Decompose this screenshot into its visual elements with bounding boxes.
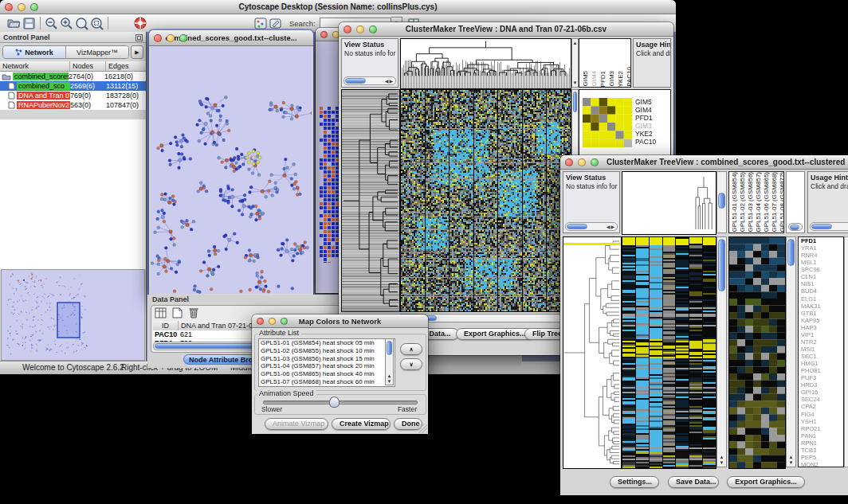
minimize-icon[interactable] — [167, 34, 175, 42]
tv2-column-dendrogram[interactable] — [622, 171, 716, 235]
gene-label[interactable]: MSL1 — [801, 259, 843, 266]
gene-label[interactable]: NIS1 — [801, 280, 843, 287]
tv2-zoom-vscroll[interactable]: ▲▼ — [786, 236, 796, 467]
zoom-window-icon[interactable] — [281, 318, 288, 325]
tv1-column-dendrogram[interactable] — [400, 38, 571, 89]
tv2-settings-button[interactable]: Settings... — [610, 476, 659, 488]
float-panel-icon[interactable] — [135, 30, 146, 45]
gene-label[interactable]: RPO21 — [801, 425, 843, 432]
tv1-row-dendrogram[interactable] — [341, 89, 400, 312]
gene-label[interactable]: GIM4 — [635, 106, 656, 114]
node-attribute-browser-button[interactable]: Node Attribute Browser — [183, 354, 263, 365]
column-header-nodes[interactable]: Nodes — [70, 61, 106, 71]
attribute-list-item[interactable]: GPL51-03 (GSM856) heat shock 15 min — [259, 355, 395, 363]
tv1-titlebar[interactable]: ClusterMaker TreeView : DNA and Tran 07-… — [339, 22, 673, 37]
vscroll-thumb[interactable] — [718, 239, 725, 291]
gene-label[interactable]: MON2 — [801, 461, 843, 467]
delete-attribute-icon[interactable] — [188, 307, 199, 322]
gene-label[interactable]: YRA1 — [801, 244, 843, 252]
tv1-export-graphics-button[interactable]: Export Graphics... — [456, 328, 534, 340]
help-lifering-icon[interactable] — [132, 16, 147, 31]
gene-label[interactable]: RNR4 — [801, 252, 843, 259]
more-tabs-icon[interactable]: ▶ — [131, 45, 143, 59]
attribute-list-item[interactable]: GPL51-07 (GSM868) heat shock 60 min — [259, 378, 395, 386]
column-header-network[interactable]: Network — [0, 61, 70, 71]
open-folder-icon[interactable] — [6, 16, 22, 31]
tv2-zoomed-heatmap[interactable] — [728, 236, 786, 469]
zoom-in-icon[interactable] — [59, 16, 74, 31]
zoom-window-icon[interactable] — [179, 34, 187, 42]
attribute-list-item[interactable]: GPL51-02 (GSM855) heat shock 10 min — [259, 347, 395, 355]
gene-label[interactable]: NTR2 — [801, 338, 843, 346]
gene-label[interactable]: ELG1 — [801, 295, 843, 303]
attribute-list-item[interactable]: GPL51-04 (GSM857) heat shock 20 min — [259, 362, 395, 370]
gene-label[interactable]: TCB3 — [801, 447, 843, 454]
vscroll-thumb[interactable] — [387, 341, 392, 355]
tv2-row-dendrogram[interactable] — [563, 236, 622, 469]
vscroll-thumb[interactable] — [718, 193, 725, 209]
attr-list-vscroll[interactable]: ▲▼ — [385, 338, 394, 385]
gene-label[interactable]: RPN1 — [801, 440, 843, 447]
save-icon[interactable] — [22, 16, 37, 31]
mini-scrollbar[interactable] — [788, 223, 803, 231]
gene-label[interactable]: SPC98 — [801, 266, 843, 273]
network-list-row[interactable]: combined_scores2764(0)16218(0) — [0, 72, 146, 81]
gene-label[interactable]: MSI1 — [801, 346, 843, 353]
vscroll-thumb[interactable] — [573, 92, 577, 112]
minimize-icon[interactable] — [356, 25, 364, 33]
close-icon[interactable] — [565, 158, 573, 166]
birdseye-view-icon[interactable] — [253, 16, 268, 31]
tv2-heatmap[interactable] — [622, 236, 716, 469]
gene-label[interactable]: HAP3 — [801, 324, 843, 331]
speed-slider-track[interactable] — [263, 400, 418, 404]
tv2-titlebar[interactable]: ClusterMaker TreeView : combined_scores_… — [560, 155, 848, 170]
tv2-labels-vscroll[interactable] — [716, 171, 727, 233]
attribute-list-item[interactable]: GPL51-06 (GSM865) heat shock 40 min — [259, 370, 395, 378]
zoom-out-icon[interactable] — [44, 16, 59, 31]
network-list-row[interactable]: DNA and Tran 07769(0)183728(0) — [0, 91, 146, 100]
gene-label[interactable]: PFD1 — [801, 237, 843, 244]
dialog-titlebar[interactable]: Map Colors to Network — [252, 315, 428, 328]
mini-scrollbar[interactable]: ◀▶ — [344, 76, 396, 85]
gene-label[interactable]: YSH1 — [801, 418, 843, 425]
mini-scrollbar[interactable] — [810, 222, 848, 231]
tv2-heat-vscroll[interactable]: ▲▼ — [716, 236, 727, 467]
tv1-mini-vscroll[interactable]: ▲▼ — [571, 38, 579, 88]
tv1-similarity-matrix[interactable] — [583, 98, 632, 147]
gene-label[interactable]: PHO81 — [801, 367, 843, 374]
gene-label[interactable]: MAK31 — [801, 303, 843, 310]
close-icon[interactable] — [320, 31, 328, 38]
move-down-button[interactable]: ∨ — [400, 358, 422, 370]
network1-titlebar[interactable]: combined_scores_good.txt--cluste... — [149, 30, 313, 46]
overview-canvas[interactable] — [2, 270, 144, 357]
annotation-icon[interactable] — [268, 16, 283, 31]
network-list-row[interactable]: combined_sco2569(6)13112(15) — [0, 81, 146, 91]
gene-label[interactable]: HRD3 — [801, 381, 843, 389]
select-attributes-icon[interactable] — [155, 307, 167, 322]
minimize-icon[interactable] — [18, 3, 26, 11]
main-titlebar[interactable]: Cytoscape Desktop (Session Name: collins… — [0, 0, 676, 14]
tab-network[interactable]: Network — [3, 46, 66, 58]
network1-canvas[interactable] — [151, 46, 312, 294]
tv2-export-graphics-button[interactable]: Export Graphics... — [727, 476, 805, 488]
create-vizmap-button[interactable]: Create Vizmap — [332, 418, 391, 430]
gene-label[interactable]: VIP1 — [801, 331, 843, 338]
zoom-window-icon[interactable] — [591, 158, 599, 166]
gene-label[interactable]: GIM3 — [635, 122, 656, 130]
gene-label[interactable]: YKE2 — [635, 130, 656, 138]
gene-label[interactable]: SEC24 — [801, 396, 843, 403]
close-icon[interactable] — [257, 318, 264, 325]
zoom-fit-icon[interactable] — [89, 16, 104, 31]
column-header-edges[interactable]: Edges — [106, 61, 146, 71]
resize-grip[interactable] — [418, 424, 427, 433]
gene-label[interactable]: SEC1 — [801, 353, 843, 360]
gene-label[interactable]: PUF3 — [801, 374, 843, 381]
gene-label[interactable]: PAC10 — [635, 138, 656, 146]
tab-vizmapper[interactable]: VizMapper™ — [66, 46, 128, 58]
network-list-row[interactable]: RNAPuberNov2+563(0)107847(0) — [0, 100, 146, 110]
gene-label[interactable]: CPA2 — [801, 403, 843, 410]
close-icon[interactable] — [154, 34, 162, 42]
gene-label[interactable]: HMG1 — [801, 360, 843, 367]
attribute-list[interactable]: GPL51-01 (GSM854) heat shock 05 minGPL51… — [258, 338, 395, 387]
speed-slider-thumb[interactable] — [329, 397, 340, 408]
